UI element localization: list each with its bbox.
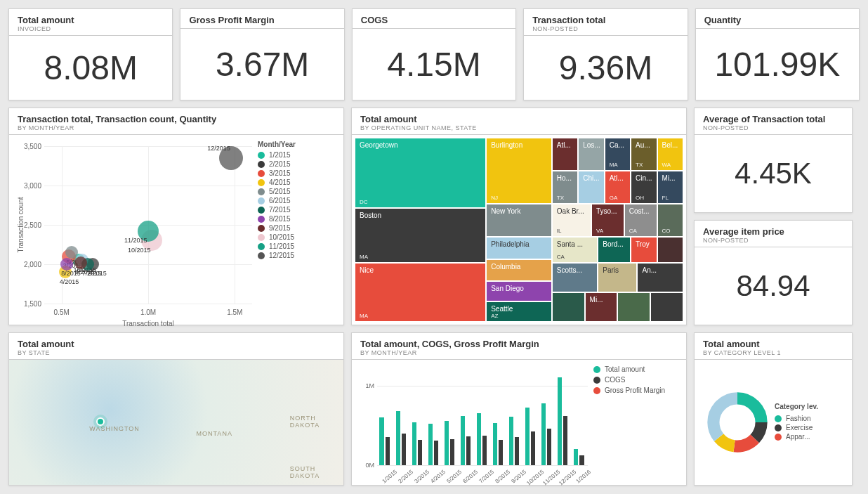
treemap-tile[interactable]: Ca...MA bbox=[605, 138, 631, 171]
dot-icon bbox=[258, 197, 265, 204]
chart-treemap-operating-unit[interactable]: Total amountBY OPERATING UNIT NAME, STAT… bbox=[351, 108, 687, 325]
chart-map-state[interactable]: Total amountBY STATE WASHINGTON MONTANA … bbox=[8, 332, 344, 486]
chart-bar-monthly[interactable]: Total amount, COGS, Gross Profit MarginB… bbox=[351, 332, 687, 486]
gross-profit-line[interactable] bbox=[377, 370, 588, 494]
legend-item[interactable]: 12/2015 bbox=[258, 252, 336, 259]
chart-title: Total amount bbox=[18, 339, 335, 349]
map-area[interactable]: WASHINGTON MONTANA NORTH DAKOTA SOUTH DA… bbox=[9, 360, 343, 485]
treemap-tile[interactable]: Mi...FL bbox=[657, 171, 683, 204]
kpi-avg-item-price[interactable]: Average item priceNON-POSTED 84.94 bbox=[694, 220, 853, 325]
kpi-total-amount[interactable]: Total amountINVOICED 8.08M bbox=[8, 8, 173, 100]
chart-donut-category[interactable]: Total amountBY CATEGORY LEVEL 1 Category… bbox=[694, 332, 853, 486]
legend-item[interactable]: 1/2015 bbox=[258, 151, 336, 159]
kpi-title: Transaction total bbox=[532, 15, 678, 25]
donut-legend: Category lev. Fashion Exercise Appar... bbox=[769, 403, 845, 442]
map-pin-icon[interactable] bbox=[96, 417, 105, 426]
dot-icon bbox=[258, 207, 265, 214]
treemap-tile[interactable]: GeorgetownDC bbox=[355, 138, 486, 208]
treemap-tile[interactable] bbox=[617, 292, 650, 322]
treemap-area[interactable]: GeorgetownDCBostonMANiceMABurlingtonNJAt… bbox=[355, 138, 683, 322]
kpi-gross-profit-margin[interactable]: Gross Profit Margin 3.67M bbox=[180, 8, 344, 100]
x-tick: 0.5M bbox=[54, 308, 70, 316]
legend-item[interactable]: Appar... bbox=[775, 433, 845, 441]
legend-item[interactable]: 10/2015 bbox=[258, 233, 336, 241]
treemap-tile[interactable]: An... bbox=[637, 263, 683, 292]
treemap-tile[interactable]: Mi... bbox=[585, 292, 618, 322]
chart-scatter-monthly[interactable]: Transaction total, Transaction count, Qu… bbox=[8, 108, 344, 325]
scatter-point[interactable] bbox=[60, 258, 73, 271]
treemap-tile[interactable]: SeattleAZ bbox=[486, 301, 552, 322]
legend-item[interactable]: Gross Profit Margin bbox=[593, 386, 679, 394]
treemap-tile[interactable]: Tyso...VA bbox=[591, 204, 624, 237]
treemap-tile[interactable]: Bord... bbox=[598, 237, 631, 263]
treemap-tile[interactable]: Oak Br...IL bbox=[552, 204, 591, 237]
treemap-tile[interactable] bbox=[657, 237, 683, 263]
treemap-tile[interactable]: Columbia bbox=[486, 259, 552, 281]
scatter-point-label: 11/2015 bbox=[124, 237, 147, 244]
scatter-legend: Month/Year 1/20152/20153/20154/20155/201… bbox=[252, 141, 336, 319]
y-tick: 3,000 bbox=[16, 182, 41, 190]
legend-item[interactable]: 7/2015 bbox=[258, 206, 336, 214]
legend-title: Category lev. bbox=[775, 403, 845, 410]
legend-item[interactable]: Total amount bbox=[593, 365, 679, 373]
treemap-tile[interactable]: Philadelphia bbox=[486, 237, 552, 259]
treemap-tile[interactable]: Chi... bbox=[578, 171, 604, 204]
treemap-tile[interactable]: CO bbox=[657, 204, 683, 237]
bar-plot-area[interactable]: 0M1M 1/2015 2/2015 3/2015 4/2015 5/2015 bbox=[377, 370, 588, 465]
treemap-tile[interactable]: BostonMA bbox=[355, 208, 486, 264]
treemap-tile[interactable]: Cost...CA bbox=[624, 204, 657, 237]
legend-item[interactable]: 2/2015 bbox=[258, 160, 336, 168]
treemap-tile[interactable]: Au...TX bbox=[631, 138, 657, 171]
scatter-point[interactable] bbox=[74, 256, 87, 269]
kpi-value: 4.15M bbox=[353, 29, 515, 100]
legend-item[interactable]: Fashion bbox=[775, 415, 845, 422]
donut-chart[interactable] bbox=[706, 391, 769, 454]
kpi-title: Total amount bbox=[18, 15, 164, 25]
treemap-tile[interactable]: Cin...OH bbox=[631, 171, 657, 204]
dot-icon bbox=[775, 424, 782, 431]
treemap-tile[interactable]: New York bbox=[486, 204, 552, 237]
donut-segment[interactable] bbox=[714, 398, 761, 446]
treemap-tile[interactable]: Scotts... bbox=[552, 263, 598, 292]
treemap-tile[interactable]: Troy bbox=[631, 237, 657, 263]
treemap-tile[interactable]: Santa ...CA bbox=[552, 237, 598, 263]
legend-item[interactable]: 8/2015 bbox=[258, 215, 336, 223]
legend-item[interactable]: 11/2015 bbox=[258, 242, 336, 250]
treemap-tile[interactable]: Atl...GA bbox=[605, 171, 631, 204]
map-state-label: NORTH DAKOTA bbox=[290, 415, 343, 429]
legend-item[interactable]: 3/2015 bbox=[258, 169, 336, 177]
chart-title: Total amount bbox=[360, 114, 678, 124]
legend-item[interactable]: 4/2015 bbox=[258, 178, 336, 186]
dot-icon bbox=[258, 252, 265, 259]
dot-icon bbox=[258, 152, 265, 159]
treemap-tile[interactable]: Los... bbox=[578, 138, 604, 171]
treemap-tile[interactable] bbox=[552, 292, 585, 322]
dot-icon bbox=[593, 377, 600, 384]
kpi-transaction-total[interactable]: Transaction totalNON-POSTED 9.36M bbox=[523, 8, 688, 100]
treemap-tile[interactable]: Paris bbox=[598, 263, 637, 292]
treemap-tile[interactable]: BurlingtonNJ bbox=[486, 138, 552, 204]
legend-item[interactable]: 5/2015 bbox=[258, 188, 336, 195]
treemap-tile[interactable]: Atl... bbox=[552, 138, 578, 171]
y-tick: 1M bbox=[359, 382, 374, 389]
treemap-tile[interactable]: Ho...TX bbox=[552, 171, 578, 204]
legend-title: Month/Year bbox=[258, 141, 336, 148]
chart-title: Total amount, COGS, Gross Profit Margin bbox=[360, 339, 678, 349]
row-2: Transaction total, Transaction count, Qu… bbox=[8, 108, 860, 325]
treemap-tile[interactable] bbox=[650, 292, 683, 322]
x-tick: 1.0M bbox=[140, 308, 156, 316]
legend-item[interactable]: 9/2015 bbox=[258, 224, 336, 232]
scatter-plot-area[interactable]: Transaction count Transaction total 1,50… bbox=[44, 146, 252, 304]
treemap-tile[interactable]: Bel...WA bbox=[657, 138, 683, 171]
dot-icon bbox=[775, 434, 782, 441]
legend-item[interactable]: COGS bbox=[593, 376, 679, 384]
treemap-tile[interactable]: San Diego bbox=[486, 281, 552, 301]
legend-item[interactable]: 6/2015 bbox=[258, 197, 336, 204]
legend-item[interactable]: Exercise bbox=[775, 424, 845, 431]
kpi-avg-transaction-total[interactable]: Average of Transaction totalNON-POSTED 4… bbox=[694, 108, 853, 213]
dot-icon bbox=[258, 216, 265, 223]
treemap-tile[interactable]: NiceMA bbox=[355, 263, 486, 322]
kpi-cogs[interactable]: COGS 4.15M bbox=[352, 8, 516, 100]
kpi-quantity[interactable]: Quantity 101.99K bbox=[695, 8, 860, 100]
map-state-label: MONTANA bbox=[197, 430, 232, 437]
